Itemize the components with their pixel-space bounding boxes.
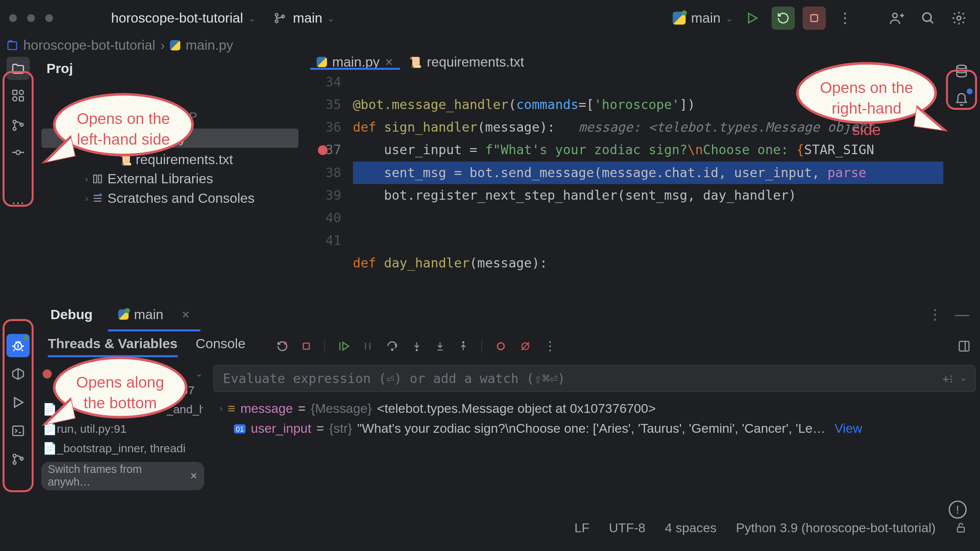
breadcrumb: horoscope-bot-tutorial › main.py <box>0 36 980 54</box>
debug-more-icon[interactable]: ⋮ <box>928 306 942 323</box>
commit-tool-icon[interactable] <box>7 141 30 164</box>
project-dropdown[interactable]: horoscope-bot-tutorial⌄ <box>111 10 255 26</box>
variables-pane: Evaluate expression (⏎) or add a watch (… <box>209 361 980 516</box>
notifications-tool-icon[interactable] <box>950 88 973 111</box>
more-tools-icon[interactable]: ⋯ <box>7 191 30 215</box>
variable-row[interactable]: › ≡ message = {Message} <telebot.types.M… <box>209 398 980 418</box>
traffic-lights <box>9 14 53 22</box>
python-console-tool-icon[interactable] <box>7 362 30 386</box>
step-into-icon[interactable] <box>412 340 422 352</box>
code-with-me-icon[interactable] <box>885 7 909 30</box>
python-icon <box>170 40 180 51</box>
python-interpreter[interactable]: Python 3.9 (horoscope-bot-tutorial) <box>736 520 936 535</box>
svg-rect-7 <box>8 42 17 49</box>
run-button[interactable] <box>740 7 764 30</box>
gutter[interactable]: 3435363738394041 <box>304 71 353 297</box>
svg-rect-30 <box>959 341 969 350</box>
svg-point-1 <box>275 20 278 23</box>
layout-icon[interactable] <box>958 339 971 352</box>
project-pane: Proj torial ~/PycharmP main.py 📜requirem… <box>36 54 304 297</box>
database-tool-icon[interactable] <box>950 59 973 83</box>
console-tab[interactable]: Console <box>196 336 245 356</box>
debug-session-tab[interactable]: main ✕ <box>114 298 193 331</box>
svg-point-26 <box>416 349 417 350</box>
svg-point-25 <box>391 349 393 350</box>
debug-more-icon[interactable]: ⋮ <box>544 339 556 354</box>
svg-point-11 <box>13 97 17 101</box>
run-tool-icon[interactable] <box>7 391 30 414</box>
more-icon[interactable]: ⋮ <box>834 7 857 30</box>
frame-row[interactable]: 📄_bootstrap_inner, threadi <box>36 439 209 458</box>
resume-icon[interactable] <box>338 340 350 352</box>
svg-point-6 <box>957 16 961 20</box>
frame-row[interactable]: 📄run, util.py:91 <box>36 419 209 439</box>
svg-rect-24 <box>303 343 309 349</box>
project-pane-title: Proj <box>36 58 304 80</box>
svg-point-0 <box>275 13 278 16</box>
debug-tool-icon[interactable] <box>7 334 30 357</box>
debug-left-stripe <box>0 331 36 516</box>
branch-icon <box>273 11 286 24</box>
eval-expression-input[interactable]: Evaluate expression (⏎) or add a watch (… <box>213 365 976 392</box>
terminal-tool-icon[interactable] <box>7 419 30 443</box>
callout-left: Opens on the left-hand side <box>53 93 194 156</box>
right-tool-stripe <box>943 54 980 297</box>
svg-rect-9 <box>19 97 23 101</box>
line-separator[interactable]: LF <box>574 520 589 535</box>
svg-point-23 <box>284 342 287 345</box>
view-breakpoints-icon[interactable] <box>495 340 506 352</box>
threads-variables-tab[interactable]: Threads & Variables <box>48 336 178 356</box>
titlebar: horoscope-bot-tutorial⌄ main⌄ main⌄ ⋮ <box>0 0 980 36</box>
svg-point-20 <box>13 454 16 457</box>
debug-title: Debug <box>51 307 93 323</box>
callout-bottom: Opens along the bottom <box>53 357 187 419</box>
mute-breakpoints-icon[interactable] <box>519 340 531 352</box>
svg-rect-3 <box>811 15 818 21</box>
lock-icon[interactable] <box>955 522 967 533</box>
view-link[interactable]: View <box>835 421 862 436</box>
rerun-icon[interactable] <box>276 340 288 352</box>
editor-tab-requirements[interactable]: 📜requirements.txt <box>402 54 531 70</box>
left-tool-stripe: ⋯ <box>0 54 36 297</box>
settings-icon[interactable] <box>947 7 971 30</box>
status-bar: LF UTF-8 4 spaces Python 3.9 (horoscope-… <box>0 516 980 540</box>
tree-scratches[interactable]: › Scratches and Consoles <box>36 189 304 208</box>
stop-button[interactable] <box>802 7 826 30</box>
search-icon[interactable] <box>916 7 940 30</box>
svg-point-10 <box>19 90 23 95</box>
python-icon <box>118 310 129 320</box>
structure-tool-icon[interactable] <box>7 84 30 107</box>
step-out-icon[interactable] <box>458 340 469 352</box>
svg-rect-31 <box>957 527 964 532</box>
svg-rect-19 <box>13 426 23 436</box>
svg-point-5 <box>923 13 931 21</box>
vcs-tool-icon[interactable] <box>7 114 30 137</box>
callout-right: Opens on the right-hand side <box>796 62 937 124</box>
breakpoint-icon[interactable] <box>318 145 327 155</box>
stop-icon[interactable] <box>301 341 311 351</box>
variable-row[interactable]: 01 user_input = {str} "What's your zodia… <box>209 419 980 439</box>
run-config-dropdown[interactable]: main⌄ <box>673 10 733 26</box>
svg-point-12 <box>13 120 16 123</box>
svg-point-13 <box>13 127 16 130</box>
indent-info[interactable]: 4 spaces <box>665 520 717 535</box>
debug-minimize-icon[interactable]: — <box>955 306 969 323</box>
editor-tab-main[interactable]: main.py✕ <box>310 54 400 70</box>
python-icon <box>317 57 327 67</box>
pause-icon[interactable] <box>363 341 373 351</box>
step-into-my-icon[interactable] <box>435 340 445 352</box>
tree-external-libraries[interactable]: › External Libraries <box>36 169 304 189</box>
file-encoding[interactable]: UTF-8 <box>609 520 645 535</box>
tree-file-requirements[interactable]: 📜requirements.txt <box>36 150 304 170</box>
svg-point-16 <box>99 194 102 197</box>
git-tool-icon[interactable] <box>7 448 30 471</box>
rerun-button[interactable] <box>771 7 795 30</box>
svg-point-21 <box>13 461 16 465</box>
svg-point-27 <box>462 341 464 342</box>
frames-hint[interactable]: Switch frames from anywh…✕ <box>41 462 204 490</box>
problems-icon[interactable]: ! <box>949 500 967 518</box>
svg-point-4 <box>893 13 897 18</box>
step-over-icon[interactable] <box>385 340 399 352</box>
project-tool-icon[interactable] <box>7 57 30 80</box>
branch-dropdown[interactable]: main⌄ <box>293 10 335 26</box>
